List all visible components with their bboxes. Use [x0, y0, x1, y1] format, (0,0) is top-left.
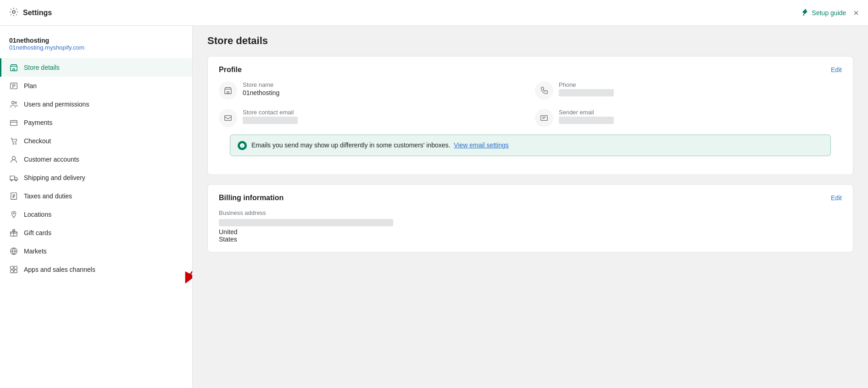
- svg-rect-21: [225, 116, 231, 121]
- profile-fields-grid: Store name 01nethosting: [219, 81, 842, 127]
- svg-point-8: [12, 157, 15, 160]
- sidebar-item-label: Markets: [24, 247, 47, 255]
- svg-rect-15: [11, 266, 13, 269]
- billing-title: Billing information: [219, 194, 284, 202]
- checkout-icon: [9, 136, 18, 146]
- info-icon: [238, 141, 247, 150]
- sidebar: 01nethosting 01nethosting.myshopify.com …: [0, 26, 193, 388]
- contact-email-content: Store contact email: [243, 109, 298, 124]
- sidebar-item-label: Customer accounts: [24, 156, 79, 163]
- top-bar-right: Setup guide ×: [802, 8, 859, 17]
- info-banner-message: Emails you send may show up differently …: [251, 141, 451, 149]
- svg-rect-16: [14, 266, 17, 269]
- sidebar-item-label: Apps and sales channels: [24, 266, 95, 273]
- store-name-field: Store name 01nethosting: [219, 81, 526, 100]
- svg-point-3: [12, 101, 14, 104]
- top-bar: Settings Setup guide ×: [0, 0, 868, 26]
- phone-field: Phone: [535, 81, 842, 100]
- email-icon: [219, 109, 237, 127]
- main-layout: 01nethosting 01nethosting.myshopify.com …: [0, 26, 868, 388]
- svg-rect-18: [14, 270, 17, 273]
- sender-icon: [535, 109, 553, 127]
- sidebar-item-label: Shipping and delivery: [24, 174, 85, 181]
- users-icon: [9, 100, 18, 109]
- sidebar-item-store-details[interactable]: Store details: [0, 58, 192, 77]
- apps-icon: [9, 265, 18, 274]
- svg-point-4: [15, 102, 17, 104]
- sidebar-item-customer-accounts[interactable]: Customer accounts: [0, 150, 192, 169]
- sender-email-value: [559, 117, 614, 124]
- sidebar-item-markets[interactable]: Markets: [0, 242, 192, 260]
- contact-email-value: [243, 117, 298, 124]
- sidebar-item-label: Store details: [24, 64, 60, 71]
- customer-icon: [9, 155, 18, 164]
- billing-card: Billing information Edit Business addres…: [207, 184, 853, 253]
- phone-label: Phone: [559, 81, 614, 88]
- svg-point-0: [12, 11, 15, 13]
- markets-icon: [9, 247, 18, 256]
- sidebar-store-url[interactable]: 01nethosting.myshopify.com: [9, 44, 183, 51]
- close-button[interactable]: ×: [853, 8, 859, 17]
- profile-card-header: Profile Edit: [208, 56, 853, 81]
- billing-card-header: Billing information Edit: [208, 185, 853, 209]
- setup-guide-button[interactable]: Setup guide: [802, 9, 846, 17]
- svg-rect-5: [11, 121, 17, 126]
- sidebar-item-taxes[interactable]: Taxes and duties: [0, 187, 192, 205]
- store-name-value: 01nethosting: [243, 89, 279, 96]
- sidebar-item-locations[interactable]: Locations: [0, 205, 192, 224]
- sidebar-item-apps[interactable]: Apps and sales channels: [0, 260, 192, 279]
- sidebar-item-plan[interactable]: Plan: [0, 77, 192, 95]
- settings-icon: [9, 7, 18, 18]
- billing-address-line3: States: [219, 236, 237, 243]
- sidebar-item-checkout[interactable]: Checkout: [0, 132, 192, 150]
- contact-email-label: Store contact email: [243, 109, 298, 116]
- info-banner-text: Emails you send may show up differently …: [251, 141, 509, 150]
- payments-icon: [9, 118, 18, 127]
- taxes-icon: [9, 191, 18, 201]
- page-title: Store details: [207, 35, 853, 47]
- billing-address-value: United States: [219, 219, 842, 243]
- billing-edit-button[interactable]: Edit: [831, 194, 842, 202]
- svg-rect-22: [541, 116, 547, 121]
- view-email-settings-link[interactable]: View email settings: [454, 141, 509, 149]
- sidebar-item-label: Users and permissions: [24, 101, 89, 108]
- phone-content: Phone: [559, 81, 614, 96]
- store-name-content: Store name 01nethosting: [243, 81, 279, 96]
- location-icon: [9, 210, 18, 219]
- sender-email-content: Sender email: [559, 109, 614, 124]
- gift-icon: [9, 228, 18, 237]
- shipping-icon: [9, 173, 18, 182]
- sidebar-store-name: 01nethosting: [9, 37, 183, 44]
- profile-edit-button[interactable]: Edit: [831, 66, 842, 73]
- sidebar-store-info: 01nethosting 01nethosting.myshopify.com: [0, 33, 192, 58]
- sidebar-item-label: Plan: [24, 82, 37, 90]
- billing-address-line2: United: [219, 228, 237, 236]
- store-name-label: Store name: [243, 81, 279, 88]
- sidebar-item-label: Locations: [24, 211, 51, 218]
- top-bar-left: Settings: [9, 7, 52, 18]
- sidebar-item-payments[interactable]: Payments: [0, 113, 192, 132]
- app-title: Settings: [23, 9, 52, 17]
- billing-content: Business address United States: [208, 209, 853, 252]
- content-area: Store details Profile Edit: [193, 26, 868, 388]
- sender-email-field: Sender email: [535, 109, 842, 127]
- sidebar-item-users[interactable]: Users and permissions: [0, 95, 192, 113]
- billing-address-label: Business address: [219, 209, 842, 216]
- sidebar-item-label: Checkout: [24, 137, 51, 145]
- sidebar-item-shipping[interactable]: Shipping and delivery: [0, 169, 192, 187]
- sender-email-label: Sender email: [559, 109, 614, 116]
- svg-rect-17: [11, 270, 13, 273]
- sidebar-nav: Store details Plan: [0, 58, 192, 279]
- setup-guide-label: Setup guide: [812, 9, 846, 17]
- svg-point-9: [11, 180, 12, 181]
- svg-point-6: [13, 143, 14, 144]
- sidebar-item-gift-cards[interactable]: Gift cards: [0, 224, 192, 242]
- phone-value: [559, 89, 614, 96]
- phone-icon: [535, 81, 553, 100]
- contact-email-field: Store contact email: [219, 109, 526, 127]
- store-icon: [9, 63, 18, 72]
- store-name-icon: [219, 81, 237, 100]
- billing-address-line1: [219, 219, 393, 226]
- sidebar-item-label: Taxes and duties: [24, 192, 72, 200]
- profile-fields: Store name 01nethosting: [208, 81, 853, 174]
